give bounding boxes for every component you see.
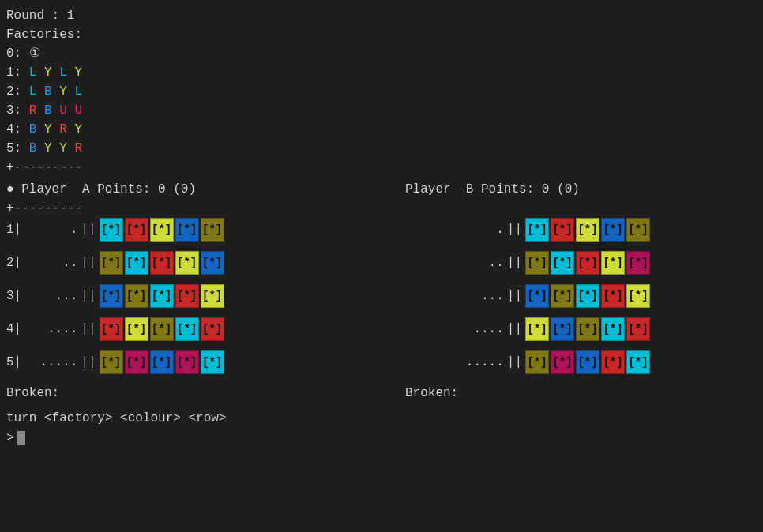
- factory-4: 4: B Y R Y: [6, 120, 757, 139]
- tile: [*]: [201, 218, 224, 242]
- player-b-row-5: ..... || [*] [*] [*] [*] [*]: [405, 350, 757, 374]
- tile: [*]: [576, 317, 600, 341]
- player-a-header: ● Player A Points: 0 (0): [6, 180, 358, 199]
- player-a-row-3: 3| ... || [*] [*] [*] [*] [*]: [6, 284, 358, 308]
- tile: [*]: [551, 317, 574, 341]
- b-row-3-sep: ||: [507, 289, 522, 303]
- b-row-3-tiles: [*] [*] [*] [*] [*]: [525, 284, 650, 308]
- tile: [*]: [626, 317, 650, 341]
- b-row-4-sep: ||: [507, 322, 522, 336]
- tile: [*]: [601, 251, 625, 275]
- cursor[interactable]: [17, 431, 25, 445]
- row-5-label: 5|: [6, 355, 21, 369]
- row-1-tiles: [*] [*] [*] [*] [*]: [100, 218, 224, 242]
- player-a-row-4: 4| .... || [*] [*] [*] [*] [*]: [6, 317, 358, 341]
- player-b-row-4: .... || [*] [*] [*] [*] [*]: [405, 317, 757, 341]
- row-3-dots: ...: [24, 289, 77, 303]
- player-a-divider: +---------: [6, 199, 358, 218]
- row-3-sep: ||: [81, 289, 96, 303]
- tile: [*]: [150, 284, 174, 308]
- b-row-4-tiles: [*] [*] [*] [*] [*]: [525, 317, 650, 341]
- tile: [*]: [525, 284, 549, 308]
- factories-label: Factories:: [6, 25, 757, 44]
- factory-5: 5: B Y Y R: [6, 139, 757, 158]
- row-4-sep: ||: [81, 322, 96, 336]
- tile: [*]: [525, 218, 549, 242]
- player-a-row-1: 1| . || [*] [*] [*] [*] [*]: [6, 218, 358, 242]
- row-5-sep: ||: [81, 355, 96, 369]
- tile: [*]: [100, 317, 123, 341]
- tile: [*]: [201, 251, 224, 275]
- b-row-1-sep: ||: [507, 223, 522, 237]
- b-row-5-tiles: [*] [*] [*] [*] [*]: [525, 350, 650, 374]
- b-row-3-dots: ...: [405, 289, 504, 303]
- divider-top: +---------: [6, 158, 757, 177]
- tile: [*]: [175, 350, 199, 374]
- player-b-header: Player B Points: 0 (0): [405, 180, 757, 199]
- tile: [*]: [125, 251, 148, 275]
- b-row-2-dots: ..: [405, 256, 504, 270]
- tile: [*]: [175, 317, 199, 341]
- row-1-label: 1|: [6, 223, 21, 237]
- b-row-2-tiles: [*] [*] [*] [*] [*]: [525, 251, 650, 275]
- player-a-row-5: 5| ..... || [*] [*] [*] [*] [*]: [6, 350, 358, 374]
- prompt-symbol: >: [6, 431, 14, 445]
- tile: [*]: [576, 350, 600, 374]
- tile: [*]: [626, 218, 650, 242]
- tile: [*]: [150, 218, 174, 242]
- factory-2: 2: L B Y L: [6, 82, 757, 101]
- tile: [*]: [525, 317, 549, 341]
- row-3-tiles: [*] [*] [*] [*] [*]: [100, 284, 224, 308]
- tile: [*]: [125, 317, 148, 341]
- players-area: ● Player A Points: 0 (0) +--------- 1| .…: [6, 180, 757, 403]
- player-b-panel: Player B Points: 0 (0) . || [*] [*] [*] …: [405, 180, 757, 403]
- player-b-row-3: ... || [*] [*] [*] [*] [*]: [405, 284, 757, 308]
- row-4-label: 4|: [6, 322, 21, 336]
- factory-0: 0: ①: [6, 44, 757, 63]
- player-b-row-1: . || [*] [*] [*] [*] [*]: [405, 218, 757, 242]
- tile: [*]: [525, 350, 549, 374]
- tile: [*]: [125, 218, 148, 242]
- command-hint: turn <factory> <colour> <row>: [6, 409, 757, 428]
- row-1-sep: ||: [81, 223, 96, 237]
- tile: [*]: [601, 317, 625, 341]
- tile: [*]: [551, 350, 574, 374]
- tile: [*]: [201, 350, 224, 374]
- row-2-label: 2|: [6, 256, 21, 270]
- tile: [*]: [525, 251, 549, 275]
- player-b-row-2: .. || [*] [*] [*] [*] [*]: [405, 251, 757, 275]
- tile: [*]: [576, 251, 600, 275]
- row-1-dots: .: [24, 223, 77, 237]
- player-a-panel: ● Player A Points: 0 (0) +--------- 1| .…: [6, 180, 358, 403]
- tile: [*]: [551, 251, 574, 275]
- row-2-sep: ||: [81, 256, 96, 270]
- tile: [*]: [626, 284, 650, 308]
- b-row-1-dots: .: [405, 223, 504, 237]
- tile: [*]: [551, 284, 574, 308]
- tile: [*]: [201, 317, 224, 341]
- row-4-tiles: [*] [*] [*] [*] [*]: [100, 317, 224, 341]
- tile: [*]: [601, 284, 625, 308]
- tile: [*]: [100, 284, 123, 308]
- row-5-tiles: [*] [*] [*] [*] [*]: [100, 350, 224, 374]
- tile: [*]: [576, 284, 600, 308]
- tile: [*]: [601, 350, 625, 374]
- tile: [*]: [626, 350, 650, 374]
- player-a-row-2: 2| .. || [*] [*] [*] [*] [*]: [6, 251, 358, 275]
- tile: [*]: [150, 350, 174, 374]
- tile: [*]: [125, 350, 148, 374]
- row-3-label: 3|: [6, 289, 21, 303]
- tile: [*]: [150, 251, 174, 275]
- round-label: Round : 1: [6, 6, 757, 25]
- b-row-4-dots: ....: [405, 322, 504, 336]
- tile: [*]: [125, 284, 148, 308]
- player-b-broken: Broken:: [405, 384, 757, 403]
- row-2-dots: ..: [24, 256, 77, 270]
- prompt-line: >: [6, 431, 757, 445]
- bottom-area: turn <factory> <colour> <row> >: [6, 409, 757, 445]
- tile: [*]: [626, 251, 650, 275]
- row-2-tiles: [*] [*] [*] [*] [*]: [100, 251, 224, 275]
- tile: [*]: [100, 350, 123, 374]
- player-b-divider: [405, 199, 757, 218]
- b-row-5-dots: .....: [405, 355, 504, 369]
